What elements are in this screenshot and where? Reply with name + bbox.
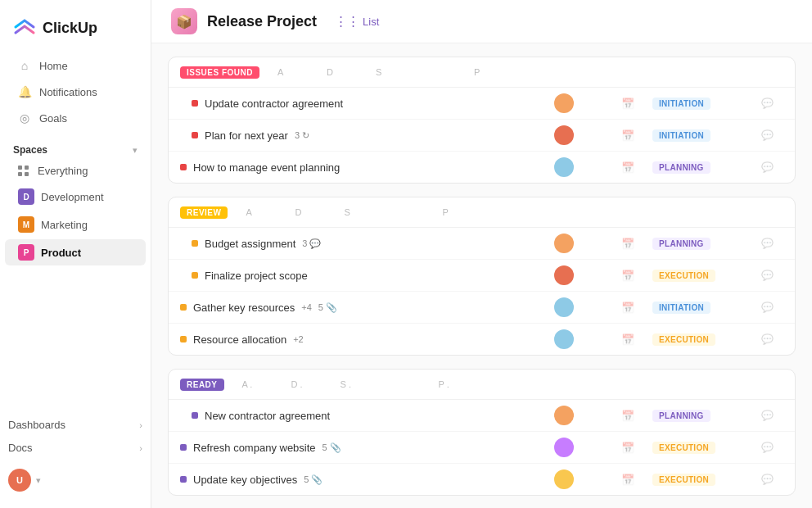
task-dot — [192, 272, 198, 279]
task-dot — [192, 100, 198, 107]
assignee-cell — [554, 93, 603, 113]
task-name: Update key objectives 5 📎 — [180, 474, 554, 486]
status-badge: EXECUTION — [652, 442, 715, 454]
dashboards-label: Dashboards — [8, 419, 65, 431]
status-badge: INITIATION — [652, 98, 710, 110]
col-d: D — [327, 67, 376, 77]
group-header: ISSUES FOUNDADSP — [169, 57, 795, 88]
bell-icon: 🔔 — [18, 85, 31, 98]
task-row[interactable]: Budget assignment3 💬📅PLANNING💬 — [169, 228, 795, 260]
product-icon: P — [18, 244, 34, 261]
sidebar-item-docs[interactable]: Docs › — [0, 437, 151, 459]
sidebar-item-dashboards[interactable]: Dashboards › — [0, 414, 151, 436]
task-row[interactable]: How to manage event planning📅PLANNING💬 — [169, 152, 795, 183]
comment-cell: 💬 — [751, 161, 783, 173]
sidebar-item-product[interactable]: P Product — [5, 239, 146, 265]
clickup-logo-icon — [13, 16, 36, 39]
comment-icon: 💬 — [761, 161, 774, 173]
sidebar-item-marketing[interactable]: M Marketing — [5, 211, 146, 238]
status-cell: PLANNING — [652, 410, 751, 422]
avatar — [554, 469, 574, 489]
date-cell: 📅 — [603, 238, 652, 250]
project-title: Release Project — [207, 13, 317, 30]
task-name: Refresh company website 5 📎 — [180, 442, 554, 454]
col-p: P — [474, 67, 507, 77]
grid-icon — [18, 166, 29, 177]
dashboards-chevron-icon: › — [139, 420, 142, 430]
task-name-text: Update contractor agreement — [205, 98, 343, 110]
task-row[interactable]: Update key objectives 5 📎📅EXECUTION💬 — [169, 464, 795, 495]
logo: ClickUp — [0, 10, 151, 52]
calendar-icon: 📅 — [621, 161, 634, 174]
avatar — [554, 297, 574, 317]
task-row[interactable]: Gather key resources+4 5 📎📅INITIATION💬 — [169, 292, 795, 324]
sidebar-item-everything[interactable]: Everything — [5, 160, 146, 182]
status-badge: EXECUTION — [652, 333, 715, 346]
list-icon: ⋮⋮ — [335, 14, 359, 29]
date-cell: 📅 — [603, 161, 652, 174]
assignee-cell — [554, 329, 603, 349]
col-headers: ADSP — [234, 206, 486, 219]
task-row[interactable]: Resource allocation+2📅EXECUTION💬 — [169, 324, 795, 355]
task-name-text: Budget assignment — [205, 238, 295, 250]
calendar-icon: 📅 — [621, 129, 634, 142]
task-row[interactable]: Update contractor agreement📅INITIATION💬 — [169, 88, 795, 120]
col-p: P — [442, 207, 475, 217]
task-name: Resource allocation+2 — [180, 333, 554, 346]
avatar — [554, 234, 574, 253]
development-label: Development — [41, 191, 104, 203]
date-cell: 📅 — [603, 129, 652, 142]
task-name: Finalize project scope — [192, 270, 554, 282]
chevron-down-icon-user: ▾ — [36, 475, 41, 486]
nav-goals[interactable]: ◎ Goals — [5, 106, 146, 130]
status-badge: EXECUTION — [652, 474, 715, 486]
col-s: S — [344, 207, 442, 217]
list-view-button[interactable]: ⋮⋮ List — [327, 11, 387, 32]
group-badge: READY — [180, 379, 224, 391]
task-row[interactable]: Refresh company website 5 📎📅EXECUTION💬 — [169, 432, 795, 464]
task-row[interactable]: Finalize project scope📅EXECUTION💬 — [169, 260, 795, 292]
task-name: Gather key resources+4 5 📎 — [180, 302, 554, 314]
task-dot — [180, 444, 187, 451]
group-section-ready: READYA .D .S .P .New contractor agreemen… — [168, 369, 796, 496]
comment-icon: 💬 — [761, 238, 774, 249]
assignee-cell — [554, 265, 603, 285]
status-badge: EXECUTION — [652, 270, 715, 282]
task-row[interactable]: Plan for next year3 ↻📅INITIATION💬 — [169, 120, 795, 152]
task-extra: 5 📎 — [318, 302, 337, 313]
task-name-text: How to manage event planning — [193, 161, 340, 174]
group-badge: REVIEW — [180, 206, 228, 219]
calendar-icon: 📅 — [621, 238, 634, 250]
comment-cell: 💬 — [751, 302, 783, 313]
date-cell: 📅 — [603, 474, 652, 486]
sidebar-item-development[interactable]: D Development — [5, 184, 146, 210]
date-cell: 📅 — [603, 442, 652, 454]
status-badge: PLANNING — [652, 161, 710, 174]
status-badge: INITIATION — [652, 302, 710, 314]
assignee-cell — [554, 438, 603, 457]
col-headers: ADSP — [266, 66, 518, 79]
task-dot — [192, 240, 198, 247]
col-d: D . — [291, 379, 341, 389]
home-icon: ⌂ — [18, 59, 31, 72]
nav-notifications[interactable]: 🔔 Notifications — [5, 79, 146, 104]
assignee-cell — [554, 297, 603, 317]
date-cell: 📅 — [603, 98, 652, 110]
avatar — [554, 265, 574, 285]
task-dot — [180, 476, 187, 483]
col-a: A — [277, 67, 327, 77]
calendar-icon: 📅 — [621, 270, 634, 282]
status-cell: INITIATION — [652, 98, 751, 110]
status-cell: EXECUTION — [652, 333, 751, 346]
avatar — [554, 125, 574, 145]
group-badge: ISSUES FOUND — [180, 66, 259, 79]
user-avatar: U — [8, 469, 31, 492]
task-row[interactable]: New contractor agreement📅PLANNING💬 — [169, 400, 795, 432]
nav-home-label: Home — [39, 60, 68, 72]
task-meta: 3 💬 — [302, 238, 321, 249]
calendar-icon: 📅 — [621, 410, 634, 422]
status-badge: PLANNING — [652, 238, 710, 250]
marketing-icon: M — [18, 216, 34, 233]
nav-home[interactable]: ⌂ Home — [5, 53, 146, 78]
col-a: A — [246, 207, 295, 217]
